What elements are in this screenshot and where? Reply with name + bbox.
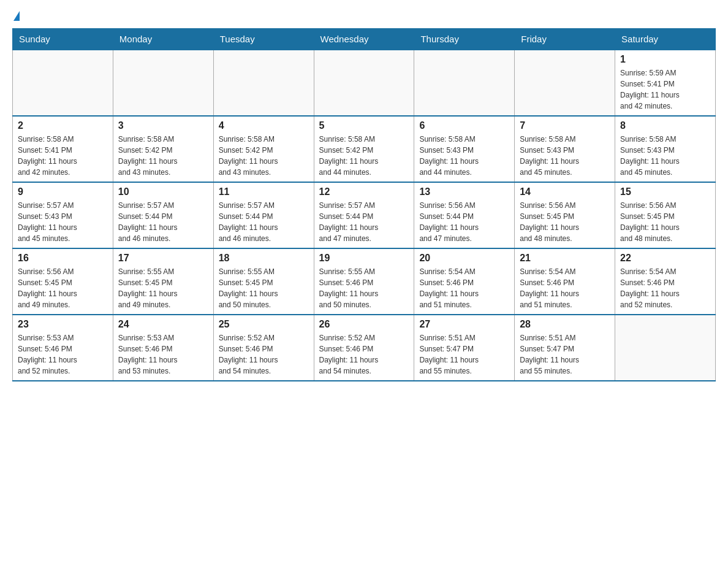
day-info: Sunrise: 5:55 AM Sunset: 5:46 PM Dayligh… <box>319 266 409 310</box>
day-info: Sunrise: 5:54 AM Sunset: 5:46 PM Dayligh… <box>520 266 610 310</box>
day-info: Sunrise: 5:58 AM Sunset: 5:41 PM Dayligh… <box>18 134 108 178</box>
weekday-header-saturday: Saturday <box>615 29 716 50</box>
calendar-cell <box>515 50 615 116</box>
calendar-cell: 13Sunrise: 5:56 AM Sunset: 5:44 PM Dayli… <box>414 182 515 248</box>
day-number: 18 <box>219 253 309 264</box>
day-number: 14 <box>520 186 610 197</box>
calendar-table: SundayMondayTuesdayWednesdayThursdayFrid… <box>12 28 716 381</box>
calendar-cell: 11Sunrise: 5:57 AM Sunset: 5:44 PM Dayli… <box>213 182 314 248</box>
day-number: 1 <box>620 54 710 65</box>
day-number: 23 <box>18 319 108 330</box>
day-info: Sunrise: 5:53 AM Sunset: 5:46 PM Dayligh… <box>18 332 108 377</box>
day-info: Sunrise: 5:51 AM Sunset: 5:47 PM Dayligh… <box>419 332 509 377</box>
day-number: 2 <box>18 120 108 131</box>
weekday-header-thursday: Thursday <box>414 29 515 50</box>
weekday-header-tuesday: Tuesday <box>213 29 314 50</box>
calendar-cell: 17Sunrise: 5:55 AM Sunset: 5:45 PM Dayli… <box>113 248 213 315</box>
calendar-week-1: 1Sunrise: 5:59 AM Sunset: 5:41 PM Daylig… <box>13 50 716 116</box>
calendar-week-3: 9Sunrise: 5:57 AM Sunset: 5:43 PM Daylig… <box>13 182 716 248</box>
day-number: 15 <box>620 186 710 197</box>
calendar-cell: 4Sunrise: 5:58 AM Sunset: 5:42 PM Daylig… <box>213 116 314 182</box>
day-number: 20 <box>419 253 509 264</box>
calendar-cell: 25Sunrise: 5:52 AM Sunset: 5:46 PM Dayli… <box>213 315 314 381</box>
calendar-cell: 27Sunrise: 5:51 AM Sunset: 5:47 PM Dayli… <box>414 315 515 381</box>
calendar-cell <box>615 315 716 381</box>
day-number: 4 <box>219 120 309 131</box>
day-info: Sunrise: 5:51 AM Sunset: 5:47 PM Dayligh… <box>520 332 610 377</box>
day-info: Sunrise: 5:54 AM Sunset: 5:46 PM Dayligh… <box>620 266 710 310</box>
day-number: 17 <box>118 253 208 264</box>
calendar-cell: 8Sunrise: 5:58 AM Sunset: 5:43 PM Daylig… <box>615 116 716 182</box>
day-info: Sunrise: 5:56 AM Sunset: 5:44 PM Dayligh… <box>419 200 509 244</box>
day-info: Sunrise: 5:58 AM Sunset: 5:43 PM Dayligh… <box>520 134 610 178</box>
calendar-cell: 9Sunrise: 5:57 AM Sunset: 5:43 PM Daylig… <box>13 182 113 248</box>
calendar-cell: 26Sunrise: 5:52 AM Sunset: 5:46 PM Dayli… <box>314 315 414 381</box>
calendar-cell: 6Sunrise: 5:58 AM Sunset: 5:43 PM Daylig… <box>414 116 515 182</box>
day-info: Sunrise: 5:52 AM Sunset: 5:46 PM Dayligh… <box>319 332 409 377</box>
day-info: Sunrise: 5:58 AM Sunset: 5:42 PM Dayligh… <box>219 134 309 178</box>
day-info: Sunrise: 5:52 AM Sunset: 5:46 PM Dayligh… <box>219 332 309 377</box>
weekday-header-row: SundayMondayTuesdayWednesdayThursdayFrid… <box>13 29 716 50</box>
calendar-cell: 3Sunrise: 5:58 AM Sunset: 5:42 PM Daylig… <box>113 116 213 182</box>
day-number: 9 <box>18 186 108 197</box>
weekday-header-sunday: Sunday <box>13 29 113 50</box>
day-info: Sunrise: 5:59 AM Sunset: 5:41 PM Dayligh… <box>620 67 710 112</box>
calendar-cell: 24Sunrise: 5:53 AM Sunset: 5:46 PM Dayli… <box>113 315 213 381</box>
day-number: 12 <box>319 186 409 197</box>
day-number: 5 <box>319 120 409 131</box>
calendar-cell: 28Sunrise: 5:51 AM Sunset: 5:47 PM Dayli… <box>515 315 615 381</box>
weekday-header-wednesday: Wednesday <box>314 29 414 50</box>
day-info: Sunrise: 5:57 AM Sunset: 5:44 PM Dayligh… <box>118 200 208 244</box>
day-info: Sunrise: 5:56 AM Sunset: 5:45 PM Dayligh… <box>620 200 710 244</box>
day-info: Sunrise: 5:58 AM Sunset: 5:42 PM Dayligh… <box>319 134 409 178</box>
calendar-cell: 2Sunrise: 5:58 AM Sunset: 5:41 PM Daylig… <box>13 116 113 182</box>
calendar-cell: 23Sunrise: 5:53 AM Sunset: 5:46 PM Dayli… <box>13 315 113 381</box>
day-info: Sunrise: 5:54 AM Sunset: 5:46 PM Dayligh… <box>419 266 509 310</box>
day-number: 11 <box>219 186 309 197</box>
calendar-cell: 15Sunrise: 5:56 AM Sunset: 5:45 PM Dayli… <box>615 182 716 248</box>
day-number: 21 <box>520 253 610 264</box>
weekday-header-friday: Friday <box>515 29 615 50</box>
day-number: 6 <box>419 120 509 131</box>
day-info: Sunrise: 5:55 AM Sunset: 5:45 PM Dayligh… <box>219 266 309 310</box>
weekday-header-monday: Monday <box>113 29 213 50</box>
calendar-cell <box>13 50 113 116</box>
day-info: Sunrise: 5:56 AM Sunset: 5:45 PM Dayligh… <box>18 266 108 310</box>
calendar-cell: 22Sunrise: 5:54 AM Sunset: 5:46 PM Dayli… <box>615 248 716 315</box>
page-header <box>12 12 716 22</box>
calendar-cell: 5Sunrise: 5:58 AM Sunset: 5:42 PM Daylig… <box>314 116 414 182</box>
calendar-cell: 16Sunrise: 5:56 AM Sunset: 5:45 PM Dayli… <box>13 248 113 315</box>
day-number: 16 <box>18 253 108 264</box>
day-info: Sunrise: 5:57 AM Sunset: 5:44 PM Dayligh… <box>219 200 309 244</box>
day-number: 13 <box>419 186 509 197</box>
calendar-cell: 18Sunrise: 5:55 AM Sunset: 5:45 PM Dayli… <box>213 248 314 315</box>
day-number: 25 <box>219 319 309 330</box>
calendar-week-2: 2Sunrise: 5:58 AM Sunset: 5:41 PM Daylig… <box>13 116 716 182</box>
calendar-cell: 12Sunrise: 5:57 AM Sunset: 5:44 PM Dayli… <box>314 182 414 248</box>
logo-triangle-icon <box>13 11 20 21</box>
day-number: 22 <box>620 253 710 264</box>
day-number: 28 <box>520 319 610 330</box>
calendar-cell: 10Sunrise: 5:57 AM Sunset: 5:44 PM Dayli… <box>113 182 213 248</box>
logo <box>12 12 20 22</box>
calendar-cell: 7Sunrise: 5:58 AM Sunset: 5:43 PM Daylig… <box>515 116 615 182</box>
day-info: Sunrise: 5:56 AM Sunset: 5:45 PM Dayligh… <box>520 200 610 244</box>
calendar-cell <box>314 50 414 116</box>
day-number: 3 <box>118 120 208 131</box>
day-number: 10 <box>118 186 208 197</box>
calendar-week-5: 23Sunrise: 5:53 AM Sunset: 5:46 PM Dayli… <box>13 315 716 381</box>
day-info: Sunrise: 5:58 AM Sunset: 5:42 PM Dayligh… <box>118 134 208 178</box>
calendar-cell: 21Sunrise: 5:54 AM Sunset: 5:46 PM Dayli… <box>515 248 615 315</box>
day-number: 19 <box>319 253 409 264</box>
day-info: Sunrise: 5:57 AM Sunset: 5:44 PM Dayligh… <box>319 200 409 244</box>
calendar-cell <box>213 50 314 116</box>
calendar-cell <box>113 50 213 116</box>
day-info: Sunrise: 5:53 AM Sunset: 5:46 PM Dayligh… <box>118 332 208 377</box>
calendar-cell <box>414 50 515 116</box>
calendar-week-4: 16Sunrise: 5:56 AM Sunset: 5:45 PM Dayli… <box>13 248 716 315</box>
day-number: 24 <box>118 319 208 330</box>
day-info: Sunrise: 5:57 AM Sunset: 5:43 PM Dayligh… <box>18 200 108 244</box>
calendar-cell: 20Sunrise: 5:54 AM Sunset: 5:46 PM Dayli… <box>414 248 515 315</box>
day-number: 26 <box>319 319 409 330</box>
day-number: 27 <box>419 319 509 330</box>
